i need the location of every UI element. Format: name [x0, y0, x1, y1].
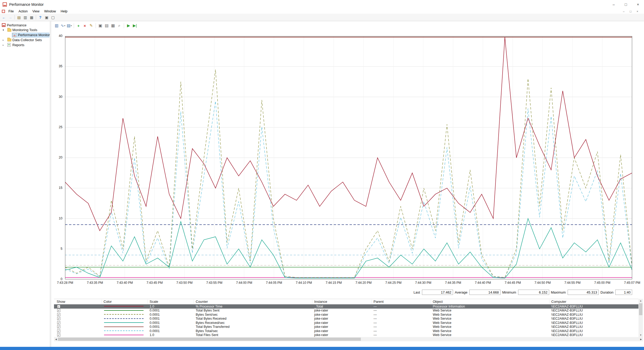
export-list-icon[interactable]: ▥: [22, 14, 28, 21]
show-console-tree-glyph: ▤: [17, 15, 21, 20]
counter-color-swatch: [104, 335, 144, 335]
collapse-chevron-icon[interactable]: ▾: [3, 28, 6, 32]
legend-row-total-files-sent[interactable]: ✓1.0Total Files Sentjoke-rater---Web Ser…: [54, 333, 638, 337]
forward-icon[interactable]: →: [7, 14, 13, 21]
x-tick-label: 7:45:00 PM: [594, 281, 610, 285]
legend-cell-instance: joke-rater: [314, 333, 328, 337]
zoom-icon[interactable]: ⌕: [116, 22, 122, 29]
child-window-controls: –□×: [620, 10, 641, 13]
show-checkbox[interactable]: ✓: [57, 317, 60, 320]
menu-file[interactable]: File: [6, 9, 16, 13]
console-tree: Performance▾Monitoring ToolsPerformance …: [0, 21, 50, 347]
change-graph-type-glyph: ∿: [61, 23, 64, 28]
x-tick-label: 7:44:10 PM: [296, 281, 312, 285]
show-checkbox[interactable]: ✓: [57, 325, 60, 328]
tree-item-data-collector-sets[interactable]: ▸Data Collector Sets: [0, 37, 49, 42]
update-data-icon[interactable]: ▶|: [132, 22, 138, 29]
menu-action[interactable]: Action: [16, 9, 30, 13]
new-window-icon[interactable]: ▢: [50, 14, 56, 21]
toolbar-separator: [36, 15, 36, 20]
legend-cell-computer: \\EC2AMAZ-B3FLLIU: [551, 325, 583, 329]
menu-window[interactable]: Window: [42, 9, 58, 13]
y-tick-label: 25: [59, 125, 62, 129]
legend-cell-object: Web Service: [433, 329, 451, 333]
child-minimize-button[interactable]: –: [620, 10, 627, 13]
legend-cell-scale: 0.0001: [150, 329, 160, 333]
show-checkbox[interactable]: ✓: [57, 329, 60, 333]
delete-counter-glyph: ×: [84, 23, 86, 28]
help-icon[interactable]: ?: [37, 14, 43, 21]
legend-row-bytes-total-sec[interactable]: ✓0.0001Bytes Total/secjoke-rater---Web S…: [54, 329, 638, 333]
dropdown-arrow-icon[interactable]: ▾: [71, 25, 72, 27]
tree-item-reports[interactable]: ▸Reports: [0, 42, 49, 47]
performance-chart[interactable]: [65, 36, 632, 279]
minimize-button[interactable]: –: [608, 0, 620, 9]
view-log-data-icon[interactable]: ▤▾: [66, 22, 72, 29]
legend-hscroll-thumb[interactable]: [58, 338, 361, 341]
zoom-glyph: ⌕: [118, 23, 120, 28]
legend-cell-computer: \\EC2AMAZ-B3FLLIU: [551, 309, 583, 312]
show-checkbox[interactable]: ✓: [57, 333, 60, 337]
legend-scroll-right-button[interactable]: ▶: [639, 337, 643, 341]
legend-row-total-bytes-sent[interactable]: ✓0.0001Total Bytes Sentjoke-rater---Web …: [54, 309, 638, 313]
legend-cell-scale: 0.0001: [150, 309, 160, 312]
expand-chevron-icon[interactable]: ▸: [3, 42, 6, 47]
legend-cell-scale: 0.0001: [150, 313, 160, 317]
legend-cell-computer: \\EC2AMAZ-B3FLLIU: [551, 321, 583, 325]
add-counter-icon[interactable]: +: [75, 22, 82, 29]
tree-item-performance-monitor[interactable]: Performance Monitor: [0, 33, 49, 37]
highlight-icon[interactable]: ✎: [88, 22, 94, 29]
close-button[interactable]: ×: [632, 0, 644, 9]
show-console-tree-icon[interactable]: ▤: [16, 14, 22, 21]
view-log-data-glyph: ▤: [67, 23, 70, 28]
legend-cell-instance: joke-rater: [314, 313, 328, 317]
tree-item-monitoring-tools[interactable]: ▾Monitoring Tools: [0, 28, 49, 32]
legend-row-total-bytes-received[interactable]: ✓0.0001Total Bytes Receivedjoke-rater---…: [54, 317, 638, 321]
menu-view[interactable]: View: [30, 9, 42, 13]
show-action-pane-icon[interactable]: ▣: [43, 14, 50, 21]
legend-cell-parent: ---: [373, 329, 377, 333]
paste-counter-list-icon[interactable]: ▤: [104, 22, 110, 29]
title-bar: Performance Monitor – □ ×: [0, 0, 644, 9]
legend-row-bytes-received-sec[interactable]: ✓0.0001Bytes Received/secjoke-rater---We…: [54, 321, 638, 325]
legend-scroll-left-button[interactable]: ◀: [54, 337, 58, 341]
view-current-activity-icon[interactable]: ▥: [53, 22, 60, 29]
expand-chevron-icon[interactable]: ▸: [3, 37, 6, 42]
freeze-display-icon[interactable]: ▶: [125, 22, 132, 29]
legend-row-processor-time[interactable]: ✓1.0% Processor Time_Total---Processor I…: [54, 304, 638, 309]
stat-label-average: Average: [455, 290, 468, 294]
properties-icon[interactable]: ▦: [28, 14, 35, 21]
taskbar[interactable]: [0, 347, 644, 350]
show-checkbox[interactable]: ✓: [57, 321, 60, 324]
legend-row-total-bytes-transferred[interactable]: ✓0.0001Total Bytes Transferredjoke-rater…: [54, 325, 638, 329]
change-graph-type-icon[interactable]: ∿▾: [60, 22, 66, 29]
maximize-button[interactable]: □: [620, 0, 632, 9]
menu-help[interactable]: Help: [58, 9, 70, 13]
child-restore-button[interactable]: □: [627, 10, 634, 13]
legend-cell-counter: Bytes Sent/sec: [196, 313, 218, 317]
show-checkbox[interactable]: ✓: [57, 309, 60, 312]
legend-cell-parent: ---: [373, 325, 377, 329]
back-icon[interactable]: ←: [1, 14, 7, 21]
show-checkbox[interactable]: ✓: [57, 305, 60, 308]
back-glyph: ←: [2, 15, 6, 20]
legend-row-bytes-sent-sec[interactable]: ✓0.0001Bytes Sent/secjoke-rater---Web Se…: [54, 313, 638, 317]
delete-counter-icon[interactable]: ×: [82, 22, 88, 29]
legend-scroll-up-button[interactable]: ▲: [638, 299, 643, 303]
tree-item-performance[interactable]: Performance: [0, 23, 49, 27]
counter-properties-icon[interactable]: ▦: [110, 22, 116, 29]
folder-icon: [7, 29, 11, 32]
chart-canvas[interactable]: [65, 36, 632, 279]
legend-vscroll-thumb[interactable]: [639, 303, 642, 315]
legend-cell-object: Web Service: [433, 313, 451, 317]
show-checkbox[interactable]: ✓: [57, 313, 60, 316]
dropdown-arrow-icon[interactable]: ▾: [64, 25, 65, 27]
child-close-button[interactable]: ×: [634, 10, 641, 13]
legend-cell-counter: % Processor Time: [196, 305, 222, 308]
legend-scroll-down-button[interactable]: ▼: [638, 333, 643, 337]
legend-cell-computer: \\EC2AMAZ-B3FLLIU: [551, 317, 583, 320]
copy-properties-icon[interactable]: ▣: [97, 22, 104, 29]
legend-column-show: Show: [57, 300, 65, 304]
folder-icon: [7, 39, 11, 41]
toolbar-separator: [96, 23, 96, 28]
